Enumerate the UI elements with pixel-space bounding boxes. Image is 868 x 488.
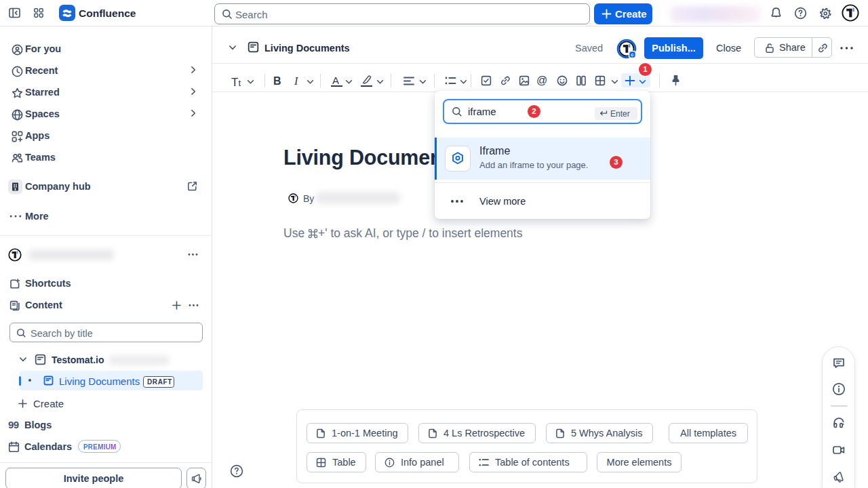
svg-text:c: c [631,52,634,58]
